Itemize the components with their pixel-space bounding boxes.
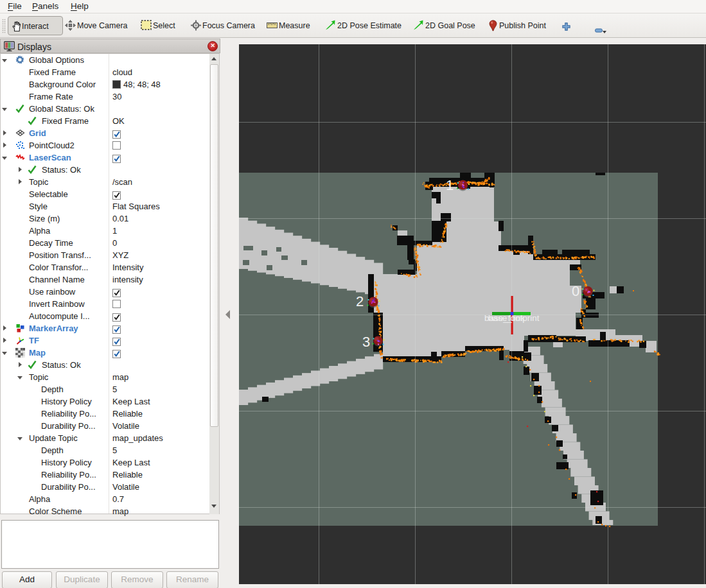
svg-text:1: 1 bbox=[446, 177, 454, 193]
svg-text:0: 0 bbox=[572, 283, 579, 299]
svg-text:2: 2 bbox=[356, 293, 364, 309]
svg-text:base_link: base_link bbox=[488, 313, 525, 323]
svg-text:3: 3 bbox=[362, 334, 370, 350]
